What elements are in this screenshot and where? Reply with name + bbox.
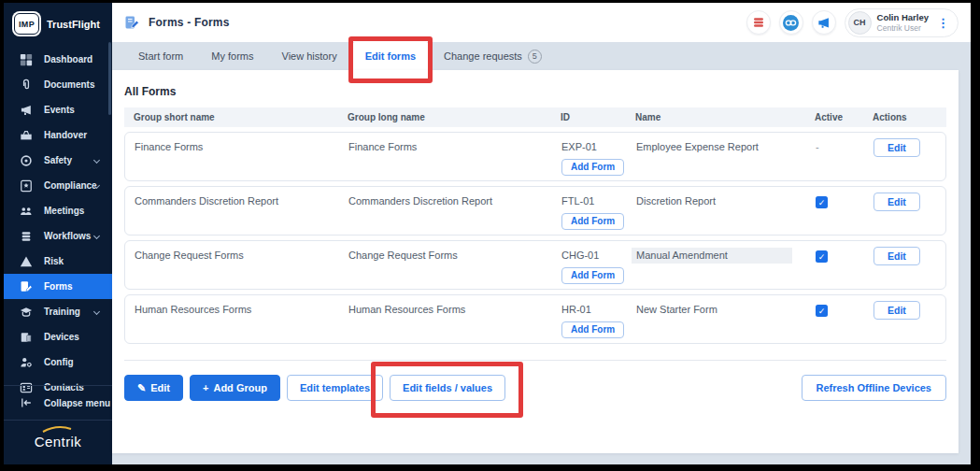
- name-cell-editable[interactable]: Manual Amendment: [632, 248, 792, 264]
- risk-icon: [19, 254, 33, 268]
- add-form-button[interactable]: Add Form: [561, 321, 624, 338]
- column-group-long-name: Group long name: [348, 112, 561, 122]
- group-short-name: Change Request Forms: [135, 250, 348, 261]
- group-short-name: Commanders Discretion Report: [135, 195, 348, 207]
- edit-fields-values-label: Edit fields / values: [403, 382, 492, 393]
- sidebar-item-label: Safety: [44, 155, 72, 165]
- workflows-icon: [19, 229, 33, 243]
- sidebar-item-label: Workflows: [44, 231, 91, 241]
- table-row: Human Resources Forms Human Resources Fo…: [124, 294, 946, 344]
- add-group-button[interactable]: + Add Group: [190, 375, 280, 401]
- column-group-short-name: Group short name: [134, 112, 348, 122]
- collapse-menu-button[interactable]: Collapse menu: [4, 391, 112, 415]
- group-short-name: Human Resources Forms: [135, 304, 348, 315]
- sidebar-item-dashboard[interactable]: Dashboard: [4, 47, 112, 72]
- form-name: New Starter Form: [636, 304, 816, 315]
- megaphone-icon: [19, 103, 33, 117]
- group-long-name: Change Request Forms: [348, 250, 561, 261]
- column-id: ID: [561, 112, 635, 122]
- check-icon: ✓: [818, 307, 826, 316]
- edit-button[interactable]: Edit: [873, 247, 920, 265]
- content-panel: All Forms Group short name Group long na…: [112, 70, 959, 453]
- megaphone-icon: [817, 16, 831, 30]
- edit-button[interactable]: Edit: [873, 301, 920, 320]
- announcements-button[interactable]: [812, 10, 836, 35]
- sidebar-item-devices[interactable]: Devices: [4, 324, 112, 350]
- sidebar-divider: [4, 385, 112, 386]
- group-short-name: Finance Forms: [135, 141, 348, 152]
- tab-my-forms[interactable]: My forms: [197, 42, 267, 70]
- sidebar-item-label: Handover: [44, 130, 87, 140]
- column-actions: Actions: [873, 112, 946, 122]
- form-id: FTL-01: [561, 195, 636, 207]
- app-logo: IMP TrustFlight: [4, 3, 112, 35]
- queue-button[interactable]: [746, 10, 771, 35]
- sidebar-item-label: Config: [44, 357, 74, 367]
- tab-label: Edit forms: [365, 50, 416, 62]
- edit-button[interactable]: Edit: [873, 193, 920, 211]
- form-id: HR-01: [561, 304, 636, 315]
- sidebar-item-safety[interactable]: Safety: [4, 148, 112, 173]
- group-long-name: Commanders Discretion Report: [348, 195, 561, 207]
- sidebar-item-config[interactable]: Config: [4, 350, 112, 375]
- form-id: CHG-01: [561, 250, 636, 261]
- change-requests-badge: 5: [528, 50, 542, 64]
- group-long-name: Human Resources Forms: [348, 304, 561, 315]
- sidebar-item-label: Dashboard: [44, 54, 92, 64]
- content-divider: [124, 360, 946, 361]
- sidebar-item-training[interactable]: Training: [4, 299, 112, 324]
- safety-icon: [19, 153, 33, 167]
- sidebar-item-risk[interactable]: Risk: [4, 249, 112, 274]
- add-form-button[interactable]: Add Form: [561, 267, 624, 284]
- refresh-offline-devices-button[interactable]: Refresh Offline Devices: [802, 375, 947, 401]
- sidebar-item-documents[interactable]: Documents: [4, 72, 112, 97]
- tab-change-requests[interactable]: Change requests 5: [430, 42, 556, 70]
- config-icon: [19, 355, 33, 369]
- sidebar-item-label: Forms: [44, 281, 73, 292]
- paperclip-icon: [19, 78, 33, 92]
- user-role: Centrik User: [877, 23, 929, 33]
- centrik-logo-text: Centrik: [35, 434, 81, 450]
- tab-view-history[interactable]: View history: [268, 42, 351, 70]
- add-form-button[interactable]: Add Form: [561, 213, 624, 230]
- sidebar-item-handover[interactable]: Handover: [4, 122, 112, 148]
- check-icon: ✓: [818, 252, 826, 262]
- page-header: Forms - Forms CH Colin Harley Centrik Us…: [112, 3, 971, 42]
- active-checkbox[interactable]: ✓: [816, 305, 828, 317]
- dashboard-icon: [19, 52, 33, 66]
- page-title: Forms - Forms: [149, 16, 230, 29]
- form-name: Employee Expense Report: [636, 141, 816, 152]
- edit-pencil-icon: ✎: [137, 383, 146, 393]
- chevron-down-icon: [93, 233, 100, 239]
- brand-name: TrustFlight: [47, 19, 100, 30]
- sidebar-item-forms[interactable]: Forms: [4, 274, 112, 299]
- sidebar-item-label: Training: [44, 307, 80, 317]
- sidebar-item-label: Compliance: [44, 180, 97, 191]
- tab-start-form[interactable]: Start form: [124, 42, 197, 70]
- active-checkbox[interactable]: ✓: [816, 196, 828, 208]
- centrik-swoosh-icon: [41, 424, 73, 434]
- add-group-label: Add Group: [213, 382, 266, 393]
- meetings-icon: [19, 204, 33, 218]
- tab-edit-forms[interactable]: Edit forms: [351, 42, 430, 70]
- edit-button-label: Edit: [150, 382, 170, 393]
- check-icon: ✓: [818, 198, 826, 207]
- group-long-name: Finance Forms: [348, 141, 561, 152]
- link-button[interactable]: [779, 10, 803, 35]
- sidebar-item-compliance[interactable]: Compliance: [4, 173, 112, 198]
- edit-button-primary[interactable]: ✎ Edit: [124, 375, 183, 401]
- edit-templates-button[interactable]: Edit templates: [287, 375, 383, 401]
- centrik-logo: Centrik: [4, 425, 112, 457]
- sidebar-item-events[interactable]: Events: [4, 97, 112, 122]
- edit-button[interactable]: Edit: [873, 138, 920, 157]
- user-menu[interactable]: CH Colin Harley Centrik User ⋮: [845, 8, 959, 37]
- kebab-menu-icon[interactable]: ⋮: [937, 16, 949, 30]
- user-meta: Colin Harley Centrik User: [877, 12, 929, 33]
- sidebar-item-meetings[interactable]: Meetings: [4, 198, 112, 223]
- sidebar-item-workflows[interactable]: Workflows: [4, 223, 112, 249]
- footer-actions: ✎ Edit + Add Group Edit templates Edit f…: [124, 375, 946, 401]
- chevron-down-icon: [93, 308, 100, 315]
- edit-fields-values-button[interactable]: Edit fields / values: [390, 375, 505, 401]
- active-checkbox[interactable]: ✓: [816, 250, 828, 263]
- add-form-button[interactable]: Add Form: [561, 159, 624, 176]
